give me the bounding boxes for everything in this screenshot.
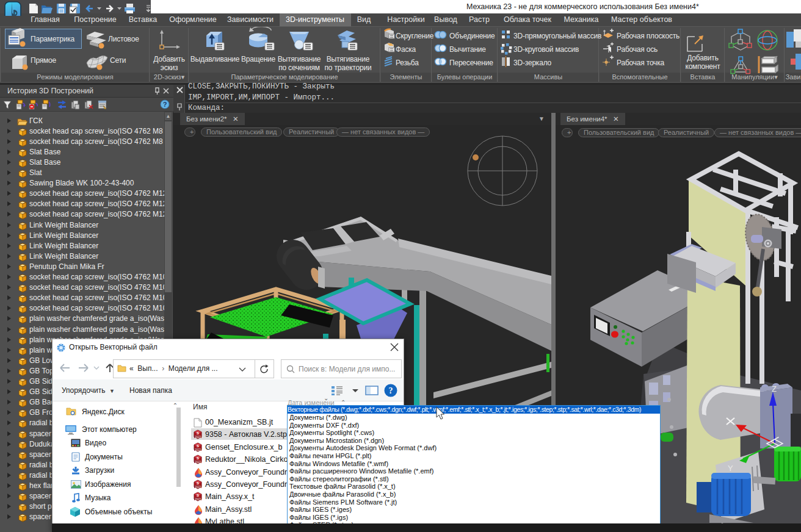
svg-text:2023: 2023 xyxy=(195,448,201,451)
svg-text:?: ? xyxy=(389,386,393,395)
svg-text:Y: Y xyxy=(728,464,733,473)
svg-text:S: S xyxy=(197,481,199,485)
svg-text:S: S xyxy=(197,494,199,497)
svg-text:2023: 2023 xyxy=(195,486,201,489)
svg-text:2023: 2023 xyxy=(195,498,201,501)
svg-text:2023: 2023 xyxy=(195,436,201,439)
svg-text:S: S xyxy=(197,456,199,460)
svg-text:Z: Z xyxy=(772,384,777,394)
svg-text:?: ? xyxy=(163,101,167,108)
svg-text:S: S xyxy=(197,444,199,448)
svg-text:S: S xyxy=(197,431,199,435)
svg-text:2023: 2023 xyxy=(195,461,201,464)
